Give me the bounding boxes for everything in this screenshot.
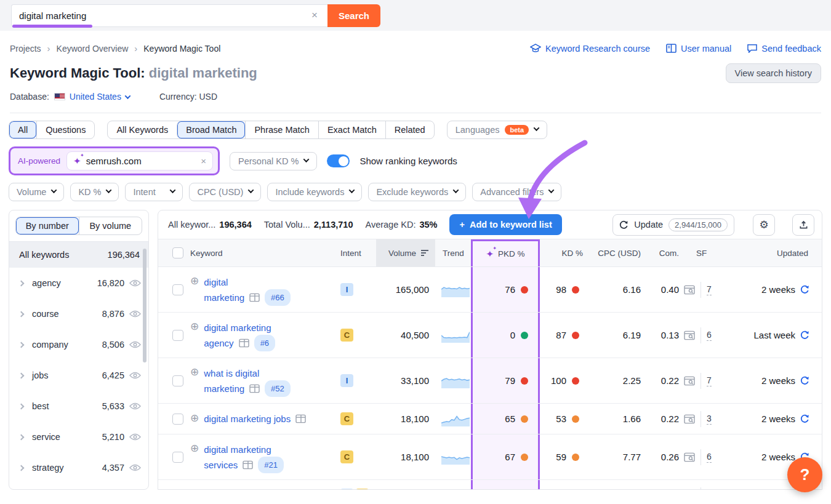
cpc-filter-dropdown[interactable]: CPC (USD) [189, 183, 261, 201]
row-checkbox[interactable] [172, 375, 183, 386]
tab-by-volume[interactable]: By volume [79, 217, 142, 234]
column-sf[interactable]: SF [679, 239, 725, 266]
keyword-link[interactable]: digital marketing [204, 442, 271, 457]
tab-questions[interactable]: Questions [36, 121, 94, 138]
keyword-link[interactable]: digital marketing [204, 321, 271, 335]
volume-filter-dropdown[interactable]: Volume [9, 183, 64, 201]
keyword-research-course-link[interactable]: Keyword Research course [530, 44, 650, 54]
send-feedback-link[interactable]: Send feedback [747, 44, 821, 54]
serp-features-count[interactable]: 3 [707, 414, 712, 425]
keyword-link[interactable]: marketing digital [204, 488, 271, 490]
user-manual-link[interactable]: User manual [666, 44, 731, 54]
intent-filter-dropdown[interactable]: Intent [125, 183, 183, 201]
intent-badge[interactable]: C [340, 412, 353, 425]
intent-badge[interactable]: I [340, 374, 353, 387]
table-settings-button[interactable]: ⚙ [753, 214, 775, 236]
add-keyword-icon[interactable]: ⊕ [190, 412, 199, 425]
eye-icon[interactable] [129, 310, 141, 318]
tab-phrase-match[interactable]: Phrase Match [245, 121, 318, 138]
eye-icon[interactable] [129, 279, 141, 287]
column-updated[interactable]: Updated [725, 239, 822, 266]
sidebar-item-management[interactable]: management3,812 [9, 483, 148, 490]
keyword-link[interactable]: marketing [204, 290, 244, 305]
ranking-position-pill[interactable]: #66 [265, 289, 291, 306]
serp-features-count[interactable]: 7 [707, 375, 712, 386]
database-selector[interactable]: United States [70, 92, 130, 102]
sidebar-item-best[interactable]: best5,633 [9, 391, 148, 422]
serp-preview-icon[interactable] [684, 285, 695, 295]
row-checkbox[interactable] [172, 284, 183, 295]
sidebar-scrollbar[interactable] [143, 249, 147, 362]
add-keyword-icon[interactable]: ⊕ [190, 366, 199, 378]
column-kd[interactable]: KD % [540, 239, 583, 266]
keyword-link[interactable]: digital marketing jobs [204, 412, 291, 426]
sidebar-item-service[interactable]: service5,210 [9, 422, 148, 452]
intent-badge[interactable]: I [340, 283, 353, 296]
refresh-icon[interactable] [800, 285, 809, 294]
select-all-checkbox[interactable] [172, 247, 183, 258]
exclude-keywords-dropdown[interactable]: Exclude keywords [368, 183, 466, 201]
serp-preview-icon[interactable] [684, 414, 695, 424]
keyword-link[interactable]: marketing [204, 382, 244, 396]
row-checkbox[interactable] [172, 414, 183, 425]
serp-icon[interactable] [249, 293, 260, 302]
keyword-link[interactable]: services [204, 458, 238, 472]
serp-features-count[interactable]: 7 [707, 284, 712, 295]
clear-domain-icon[interactable]: × [201, 156, 206, 166]
intent-badge[interactable]: C [340, 450, 353, 463]
sidebar-item-agency[interactable]: agency16,820 [9, 268, 148, 298]
add-to-keyword-list-button[interactable]: + Add to keyword list [449, 214, 561, 235]
eye-icon[interactable] [129, 372, 141, 379]
help-button[interactable]: ? [787, 457, 822, 492]
intent-badge[interactable]: C [340, 329, 353, 342]
serp-features-count[interactable]: 6 [707, 452, 712, 463]
search-button[interactable]: Search [327, 4, 380, 27]
breadcrumb-projects[interactable]: Projects [10, 44, 41, 54]
serp-preview-icon[interactable] [684, 452, 695, 462]
row-checkbox[interactable] [172, 330, 183, 341]
sidebar-item-company[interactable]: company8,506 [9, 329, 148, 360]
tab-all[interactable]: All [9, 121, 36, 138]
serp-icon[interactable] [249, 384, 260, 393]
column-trend[interactable]: Trend [435, 239, 471, 266]
column-cpc[interactable]: CPC (USD) [583, 239, 641, 266]
serp-features-count[interactable]: 11 [707, 490, 716, 490]
tab-by-number[interactable]: By number [16, 217, 79, 234]
column-volume[interactable]: Volume [376, 239, 435, 266]
refresh-icon[interactable] [800, 414, 809, 423]
keyword-link[interactable]: what is digital [204, 366, 259, 380]
sidebar-item-course[interactable]: course8,876 [9, 298, 148, 329]
ranking-position-pill[interactable]: #6 [254, 335, 275, 351]
serp-icon[interactable] [239, 338, 249, 348]
serp-preview-icon[interactable] [684, 376, 695, 386]
serp-preview-icon[interactable] [684, 330, 695, 340]
clear-search-icon[interactable]: × [309, 9, 320, 22]
add-keyword-icon[interactable]: ⊕ [190, 275, 199, 287]
column-pkd[interactable]: ✦ PKD % [471, 239, 540, 266]
intent-badge[interactable]: I [340, 489, 353, 490]
tab-exact-match[interactable]: Exact Match [318, 121, 385, 138]
column-intent[interactable]: Intent [340, 239, 376, 266]
tab-related[interactable]: Related [385, 121, 434, 138]
update-button[interactable]: Update 2,944/15,000 [612, 214, 734, 236]
tab-broad-match[interactable]: Broad Match [177, 121, 245, 138]
breadcrumb-keyword-overview[interactable]: Keyword Overview [57, 44, 129, 54]
keyword-link[interactable]: agency [204, 336, 233, 350]
add-keyword-icon[interactable]: ⊕ [190, 321, 199, 333]
include-keywords-dropdown[interactable]: Include keywords [267, 183, 362, 201]
serp-features-count[interactable]: 6 [707, 330, 712, 341]
languages-dropdown[interactable]: Languages beta [447, 121, 547, 139]
advanced-filters-dropdown[interactable]: Advanced filters [472, 183, 561, 201]
tab-all-keywords[interactable]: All Keywords [108, 121, 177, 138]
refresh-icon[interactable] [800, 330, 809, 340]
ranking-position-pill[interactable]: #52 [265, 380, 291, 397]
kd-filter-dropdown[interactable]: KD % [70, 183, 119, 201]
refresh-icon[interactable] [800, 376, 809, 385]
add-keyword-icon[interactable]: ⊕ [190, 489, 199, 490]
eye-icon[interactable] [129, 433, 141, 441]
show-ranking-keywords-toggle[interactable] [327, 154, 350, 167]
keyword-link[interactable]: digital [204, 275, 228, 289]
ranking-position-pill[interactable]: #21 [258, 457, 284, 473]
personal-kd-dropdown[interactable]: Personal KD % [230, 152, 317, 170]
column-keyword[interactable]: Keyword [190, 239, 340, 266]
